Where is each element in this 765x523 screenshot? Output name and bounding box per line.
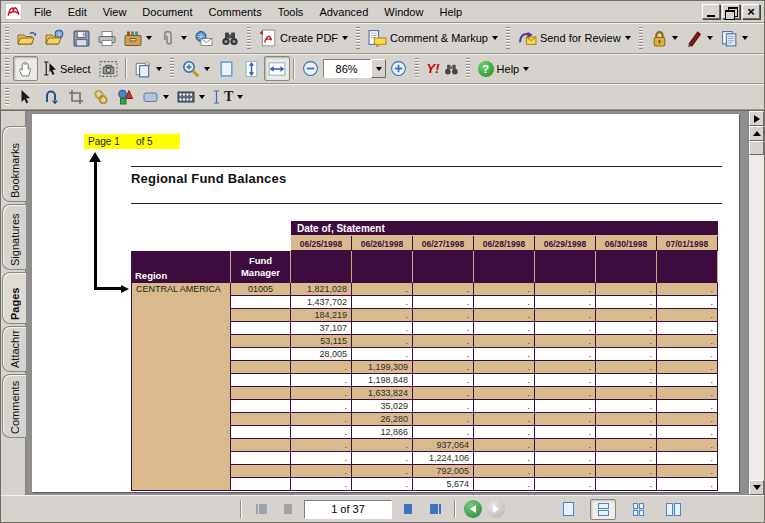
create-pdf-button[interactable]: Create PDF	[255, 26, 352, 51]
menu-tools[interactable]: Tools	[270, 3, 312, 21]
zoom-tool-button[interactable]	[178, 56, 214, 81]
sidebar-tab-attachments[interactable]: Attachments	[2, 326, 26, 372]
toolbar-grip[interactable]	[247, 27, 251, 49]
toolbar-separator	[240, 500, 242, 518]
link-tool-button[interactable]	[88, 86, 113, 108]
sign-button[interactable]	[682, 26, 717, 51]
create-pdf-icon	[259, 29, 277, 47]
open-button[interactable]	[13, 26, 41, 51]
menu-advanced[interactable]: Advanced	[311, 3, 376, 21]
zoom-out-button[interactable]	[298, 56, 323, 81]
close-button[interactable]	[742, 4, 760, 19]
menu-comments[interactable]: Comments	[201, 3, 270, 21]
attach-button[interactable]	[156, 26, 191, 51]
toolbar-grip[interactable]	[506, 27, 510, 49]
scroll-down-button[interactable]	[749, 480, 764, 495]
toolbar-grip[interactable]	[466, 58, 470, 79]
sidebar-tab-signatures[interactable]: Signatures	[2, 204, 26, 270]
zoom-level-input[interactable]	[323, 59, 371, 78]
fit-width-button[interactable]	[264, 56, 290, 81]
facing-layout-button[interactable]	[660, 499, 686, 520]
toolbar-grip[interactable]	[356, 27, 360, 49]
previous-page-button[interactable]	[277, 500, 299, 519]
email-button[interactable]	[191, 26, 217, 51]
toolbar-grip[interactable]	[5, 58, 9, 79]
actual-size-icon	[218, 60, 235, 78]
3d-tool-button[interactable]	[113, 86, 138, 108]
touchup-text-tool-button[interactable]	[209, 86, 247, 108]
open-web-page-button[interactable]	[41, 26, 69, 51]
scroll-up-button[interactable]	[749, 126, 764, 141]
fund-manager-cell	[231, 374, 291, 387]
header-cell-empty	[413, 251, 474, 283]
secure-button[interactable]	[647, 26, 682, 51]
continuous-layout-button[interactable]	[590, 499, 616, 520]
page-indicator-right: of 5	[136, 136, 153, 147]
restore-button[interactable]	[722, 4, 740, 19]
page-display-icon	[134, 60, 152, 78]
page-number-input[interactable]	[304, 500, 392, 519]
help-button[interactable]: Help	[474, 56, 534, 81]
balance-cell: .	[657, 478, 718, 491]
toolbar-grip[interactable]	[415, 58, 419, 79]
toolbar-grip[interactable]	[639, 27, 643, 49]
balance-cell: .	[657, 283, 718, 296]
scrollbar-track[interactable]	[749, 155, 764, 480]
menu-help[interactable]: Help	[431, 3, 470, 21]
print-button[interactable]	[94, 26, 120, 51]
hand-tool-button[interactable]	[13, 56, 38, 81]
page-display-button[interactable]	[130, 56, 166, 81]
help-icon	[478, 61, 494, 77]
menu-window[interactable]: Window	[376, 3, 431, 21]
toolbar-separator	[293, 58, 295, 79]
movie-tool-button[interactable]	[173, 86, 209, 108]
sidebar-tab-bookmarks[interactable]: Bookmarks	[2, 126, 26, 202]
sidebar-tab-comments[interactable]: Comments	[2, 374, 26, 438]
organizer-button[interactable]	[120, 26, 156, 51]
select-tool-button[interactable]: Select	[38, 56, 95, 81]
save-button[interactable]	[69, 26, 94, 51]
zoom-in-button[interactable]	[386, 56, 411, 81]
last-page-button[interactable]	[424, 500, 446, 519]
next-view-button[interactable]	[487, 500, 505, 518]
first-page-button[interactable]	[250, 500, 272, 519]
form-field-tool-button[interactable]	[138, 86, 173, 108]
select-object-tool-button[interactable]	[13, 86, 38, 108]
previous-view-button[interactable]	[464, 500, 482, 518]
minimize-button[interactable]	[702, 4, 720, 19]
balance-cell: .	[474, 426, 535, 439]
toolbar-grip[interactable]	[5, 27, 9, 49]
hide-panel-button[interactable]	[749, 111, 764, 126]
scrollbar-thumb[interactable]	[749, 141, 764, 155]
left-arrow-icon	[284, 504, 292, 514]
toolbar-grip[interactable]	[5, 88, 9, 106]
balance-cell: 1,821,028	[291, 283, 352, 296]
menu-file[interactable]: File	[26, 3, 60, 21]
crop-tool-button[interactable]	[63, 86, 88, 108]
comment-markup-icon	[368, 29, 387, 47]
zoom-level-dropdown[interactable]	[371, 59, 386, 78]
hand-icon	[17, 60, 34, 77]
fit-page-button[interactable]	[239, 56, 264, 81]
search-button[interactable]	[217, 26, 243, 51]
continuous-facing-layout-button[interactable]	[625, 499, 651, 520]
actual-size-button[interactable]	[214, 56, 239, 81]
next-page-button[interactable]	[397, 500, 419, 519]
comment-markup-button[interactable]: Comment & Markup	[364, 26, 502, 51]
pages-copy-button[interactable]	[717, 26, 752, 51]
toolbar-grip[interactable]	[170, 58, 174, 79]
fund-manager-cell	[231, 387, 291, 400]
sidebar-tab-pages[interactable]: Pages	[2, 272, 26, 324]
single-page-layout-button[interactable]	[555, 499, 581, 520]
pages-copy-icon	[721, 30, 738, 47]
menu-document[interactable]: Document	[134, 3, 200, 21]
acrobat-app-icon[interactable]	[5, 3, 22, 20]
3d-shapes-icon	[117, 89, 134, 105]
open-web-folder-icon	[45, 29, 65, 47]
yahoo-search-button[interactable]: Y!	[423, 56, 462, 81]
snapshot-tool-button[interactable]	[95, 56, 122, 81]
menu-edit[interactable]: Edit	[60, 3, 95, 21]
send-for-review-button[interactable]: Send for Review	[514, 26, 635, 51]
article-tool-button[interactable]	[38, 86, 63, 108]
menu-view[interactable]: View	[95, 3, 135, 21]
